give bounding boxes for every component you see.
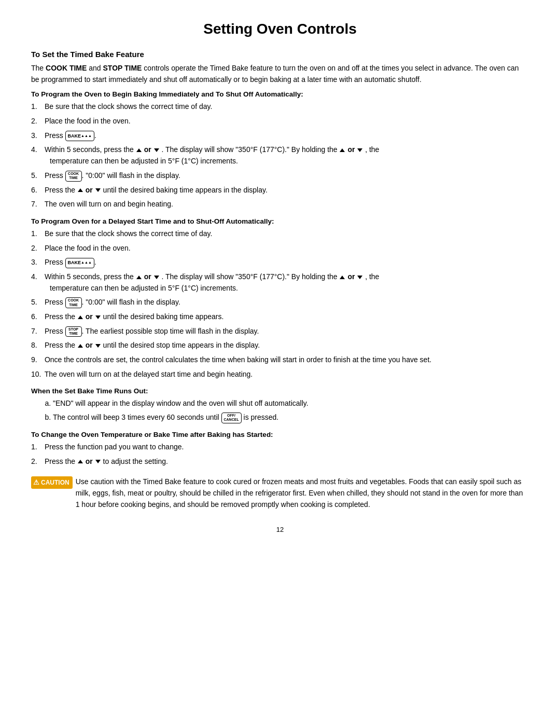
bake-button-icon: BAKE▲▲▲ [65, 131, 94, 141]
step-4a: 4. Within 5 seconds, press the or . The … [31, 144, 529, 167]
runs-out-list: "END" will appear in the display window … [53, 398, 529, 423]
arrow-down-icon5 [357, 276, 362, 279]
step-7a: 7. The oven will turn on and begin heati… [31, 199, 529, 210]
step-1a: 1. Be sure that the clock shows the corr… [31, 101, 529, 113]
step-6b: 6. Press the or until the desired baking… [31, 311, 529, 323]
change-step-2: 2. Press the or to adjust the setting. [31, 456, 529, 468]
subsection1-title: To Program the Oven to Begin Baking Imme… [31, 90, 529, 98]
step-5b: 5. Press COOKTIME. "0:00" will flash in … [31, 297, 529, 308]
step-5a: 5. Press COOKTIME. "0:00" will flash in … [31, 170, 529, 182]
cook-time-button-icon: COOKTIME [65, 171, 82, 182]
step-7b: 7. Press STOPTIME. The earliest possible… [31, 326, 529, 337]
runs-out-item-a: "END" will appear in the display window … [53, 398, 529, 409]
caution-text: Use caution with the Timed Bake feature … [76, 476, 529, 510]
step-9b: 9. Once the controls are set, the contro… [31, 354, 529, 366]
caution-label: ⚠ CAUTION [31, 476, 73, 489]
arrow-down-icon3 [95, 188, 101, 192]
arrow-up-icon3 [78, 188, 83, 192]
arrow-down-icon4 [154, 276, 159, 279]
runs-out-item-b: The control will beep 3 times every 60 s… [53, 412, 529, 423]
step-3a: 3. Press BAKE▲▲▲. [31, 130, 529, 142]
step-2b: 2. Place the food in the oven. [31, 243, 529, 254]
stop-time-button-icon: STOPTIME [65, 326, 82, 337]
step-3b: 3. Press BAKE▲▲▲. [31, 257, 529, 268]
step-4b: 4. Within 5 seconds, press the or . The … [31, 271, 529, 294]
arrow-up-icon4 [136, 276, 142, 279]
arrow-down-icon2 [357, 148, 362, 152]
step-6a: 6. Press the or until the desired baking… [31, 185, 529, 196]
arrow-down-icon6 [95, 315, 101, 319]
page-title: Setting Oven Controls [31, 21, 529, 37]
off-cancel-button-icon: OFF/CANCEL [221, 413, 242, 423]
caution-icon: ⚠ [33, 477, 39, 488]
subsection2-title: To Program Oven for a Delayed Start Time… [31, 217, 529, 225]
arrow-down-icon8 [95, 460, 101, 463]
cook-time-button-icon2: COOKTIME [65, 297, 82, 308]
arrow-up-icon5 [340, 276, 345, 279]
section-title: To Set the Timed Bake Feature [31, 50, 529, 59]
step-10b: 10. The oven will turn on at the delayed… [31, 369, 529, 380]
bake-button-icon2: BAKE▲▲▲ [65, 258, 94, 268]
step-2a: 2. Place the food in the oven. [31, 116, 529, 127]
arrow-up-icon6 [78, 315, 83, 319]
intro-text: The COOK TIME and STOP TIME controls ope… [31, 63, 529, 85]
arrow-up-icon8 [78, 460, 83, 463]
change-step-1: 1. Press the function pad you want to ch… [31, 442, 529, 453]
caution-box: ⚠ CAUTION Use caution with the Timed Bak… [31, 476, 529, 510]
page-number: 12 [31, 526, 529, 533]
step-1b: 1. Be sure that the clock shows the corr… [31, 228, 529, 240]
subsection4-title: To Change the Oven Temperature or Bake T… [31, 431, 529, 438]
arrow-down-icon [154, 148, 159, 152]
arrow-up-icon7 [78, 344, 83, 348]
arrow-up-icon2 [340, 148, 345, 152]
subsection3-title: When the Set Bake Time Runs Out: [31, 387, 529, 395]
step-8b: 8. Press the or until the desired stop t… [31, 340, 529, 351]
arrow-up-icon [136, 148, 142, 152]
arrow-down-icon7 [95, 344, 101, 348]
